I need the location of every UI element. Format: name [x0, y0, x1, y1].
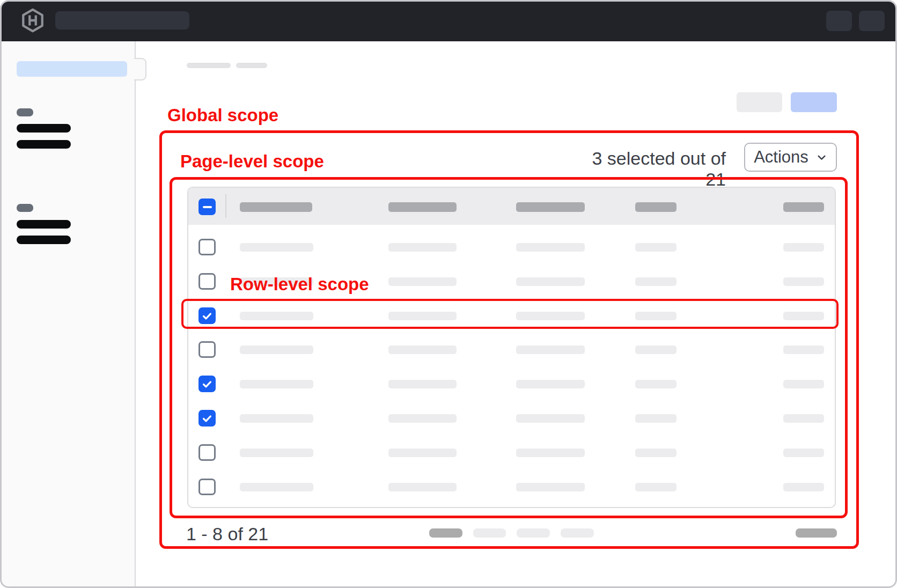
- pagination-next[interactable]: [796, 528, 837, 538]
- secondary-button[interactable]: [737, 92, 782, 112]
- skeleton-cell: [240, 243, 313, 252]
- skeleton-cell: [635, 414, 677, 423]
- skeleton-cell: [388, 312, 457, 320]
- skeleton-cell: [388, 380, 457, 388]
- row-checkbox[interactable]: [198, 376, 216, 392]
- hashicorp-logo-icon: [20, 8, 45, 33]
- row-checkbox[interactable]: [198, 273, 216, 290]
- sidebar-item-active[interactable]: [17, 61, 127, 77]
- skeleton-cell: [516, 277, 585, 286]
- sidebar-section-label: [17, 108, 33, 116]
- actions-button[interactable]: Actions: [744, 143, 837, 172]
- check-icon: [201, 413, 213, 424]
- sidebar: [1, 41, 136, 587]
- skeleton-cell: [240, 346, 313, 354]
- skeleton-cell: [240, 414, 313, 423]
- skeleton-cell: [783, 380, 824, 388]
- skeleton-cell: [388, 414, 457, 423]
- page-scope-label: Page-level scope: [180, 151, 324, 172]
- global-scope-label: Global scope: [167, 105, 278, 126]
- column-header[interactable]: [635, 202, 677, 212]
- actions-button-label: Actions: [754, 148, 808, 167]
- skeleton-cell: [388, 449, 457, 457]
- select-all-checkbox[interactable]: [198, 199, 216, 215]
- header-divider: [225, 194, 226, 218]
- skeleton-cell: [516, 312, 585, 320]
- skeleton-cell: [516, 243, 585, 252]
- help-button[interactable]: [826, 11, 852, 31]
- skeleton-cell: [635, 346, 677, 354]
- data-table: [187, 187, 836, 508]
- row-checkbox[interactable]: [198, 410, 216, 427]
- skeleton-cell: [240, 483, 313, 491]
- skeleton-cell: [783, 449, 824, 457]
- app-window: Global scope Page-level scope 3 selected…: [0, 0, 897, 588]
- skeleton-cell: [635, 312, 677, 320]
- user-menu-button[interactable]: [859, 11, 885, 31]
- skeleton-cell: [516, 346, 585, 354]
- skeleton-cell: [783, 346, 824, 354]
- table-header-row: [188, 188, 835, 225]
- pagination-item[interactable]: [561, 528, 594, 538]
- sidebar-section-label: [17, 204, 33, 212]
- column-header[interactable]: [388, 202, 457, 212]
- skeleton-cell: [388, 243, 457, 252]
- column-header[interactable]: [516, 202, 585, 212]
- skeleton-cell: [388, 277, 457, 286]
- skeleton-cell: [635, 243, 677, 252]
- column-header[interactable]: [783, 202, 824, 212]
- row-checkbox[interactable]: [198, 444, 216, 461]
- pagination-item[interactable]: [517, 528, 550, 538]
- row-checkbox[interactable]: [198, 479, 216, 495]
- skeleton-cell: [783, 312, 824, 320]
- skeleton-cell: [516, 380, 585, 388]
- skeleton-cell: [635, 380, 677, 388]
- row-checkbox[interactable]: [198, 341, 216, 358]
- skeleton-cell: [516, 483, 585, 491]
- sidebar-item[interactable]: [17, 124, 71, 133]
- breadcrumb-item[interactable]: [236, 63, 267, 68]
- skeleton-cell: [388, 483, 457, 491]
- skeleton-cell: [635, 449, 677, 457]
- breadcrumb-item[interactable]: [187, 63, 231, 68]
- check-icon: [201, 378, 213, 390]
- page-size-selector[interactable]: [429, 528, 462, 538]
- chevron-down-icon: [816, 152, 827, 163]
- skeleton-cell: [516, 414, 585, 423]
- skeleton-cell: [783, 243, 824, 252]
- top-navbar: [1, 1, 896, 41]
- sidebar-item[interactable]: [17, 140, 71, 149]
- skeleton-cell: [516, 449, 585, 457]
- sidebar-collapse-handle[interactable]: [134, 58, 146, 80]
- column-header[interactable]: [240, 202, 312, 212]
- minus-icon: [203, 206, 212, 208]
- selection-status: 3 selected out of 21: [587, 148, 726, 190]
- skeleton-cell: [240, 380, 313, 388]
- row-scope-label: Row-level scope: [230, 274, 369, 295]
- skeleton-cell: [635, 483, 677, 491]
- skeleton-cell: [783, 483, 824, 491]
- pagination-item[interactable]: [473, 528, 506, 538]
- global-search-input[interactable]: [55, 11, 189, 30]
- sidebar-item[interactable]: [17, 236, 71, 244]
- skeleton-cell: [388, 346, 457, 354]
- check-icon: [201, 310, 213, 322]
- skeleton-cell: [240, 312, 313, 320]
- skeleton-cell: [783, 414, 824, 423]
- skeleton-cell: [240, 449, 313, 457]
- row-checkbox[interactable]: [198, 239, 216, 255]
- skeleton-cell: [783, 277, 824, 286]
- sidebar-item[interactable]: [17, 220, 71, 229]
- pagination-range: 1 - 8 of 21: [186, 524, 268, 545]
- primary-button[interactable]: [791, 92, 837, 112]
- row-checkbox[interactable]: [198, 307, 216, 324]
- skeleton-cell: [635, 277, 677, 286]
